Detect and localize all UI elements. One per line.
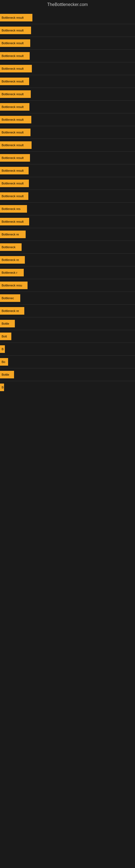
- bottleneck-bar[interactable]: Bottleneck result: [0, 141, 32, 149]
- bottleneck-bar[interactable]: Bottlenec: [0, 294, 20, 302]
- bottleneck-bar[interactable]: Bottleneck result: [0, 103, 30, 111]
- bar-label: Bottleneck result: [2, 220, 24, 223]
- bar-row: Bottleneck result: [0, 127, 135, 138]
- bar-label: Bottleneck result: [2, 93, 24, 96]
- bottleneck-bar[interactable]: Bott: [0, 333, 11, 340]
- bar-row: Bottle: [0, 369, 135, 380]
- bottleneck-bar[interactable]: B: [0, 383, 4, 391]
- bar-row: Bottleneck result: [0, 25, 135, 36]
- bar-label: Bottleneck result: [2, 156, 24, 159]
- bar-label: Bottle: [2, 322, 9, 325]
- bar-row: Bottleneck resu: [0, 280, 135, 291]
- bar-row: Bottleneck result: [0, 63, 135, 74]
- bar-label: Bo: [2, 360, 5, 364]
- bar-label: Bottleneck result: [2, 169, 24, 172]
- bar-label: B: [2, 386, 3, 389]
- bar-label: Bottlenec: [2, 297, 14, 300]
- bar-label: Bottleneck resu: [2, 284, 22, 287]
- bottleneck-bar[interactable]: Bottleneck re: [0, 307, 24, 315]
- bar-row: Bottleneck result: [0, 114, 135, 125]
- bar-row: Bottleneck re: [0, 229, 135, 240]
- bar-label: Bottleneck: [2, 246, 15, 249]
- bar-label: Bottleneck result: [2, 182, 24, 185]
- bottleneck-bar[interactable]: Bottleneck result: [0, 180, 29, 187]
- bar-row: Bottleneck result: [0, 140, 135, 151]
- bar-label: Bottleneck result: [2, 118, 24, 121]
- bottleneck-bar[interactable]: Bottleneck result: [0, 167, 29, 175]
- bottleneck-bar[interactable]: B: [0, 345, 5, 353]
- bar-row: Bottleneck result: [0, 88, 135, 100]
- bar-label: Bottleneck result: [2, 80, 24, 83]
- bottleneck-bar[interactable]: Bottleneck res: [0, 205, 27, 213]
- bottleneck-bar[interactable]: Bottleneck r: [0, 269, 24, 276]
- bottleneck-bar[interactable]: Bottleneck re: [0, 230, 26, 238]
- bottleneck-bar[interactable]: Bottleneck result: [0, 78, 29, 85]
- bar-label: Bottleneck result: [2, 54, 24, 58]
- bottleneck-bar[interactable]: Bottleneck resu: [0, 282, 28, 289]
- bar-row: Bottleneck result: [0, 37, 135, 49]
- bar-label: Bottle: [2, 373, 9, 376]
- bar-row: Bottleneck result: [0, 216, 135, 227]
- bar-label: Bottleneck result: [2, 16, 24, 19]
- bottleneck-bar[interactable]: Bottleneck result: [0, 90, 31, 98]
- bar-row: B: [0, 382, 135, 393]
- bar-row: Bottleneck res: [0, 203, 135, 215]
- bottleneck-bar[interactable]: Bottleneck: [0, 243, 21, 251]
- bar-row: Bottleneck result: [0, 101, 135, 113]
- bar-label: Bottleneck re: [2, 258, 19, 261]
- bar-row: Bo: [0, 356, 135, 368]
- bottleneck-bar[interactable]: Bottleneck result: [0, 116, 31, 123]
- bar-label: Bott: [2, 335, 7, 338]
- bar-row: Bottleneck result: [0, 12, 135, 23]
- bar-row: Bottleneck re: [0, 305, 135, 316]
- bars-container: Bottleneck resultBottleneck resultBottle…: [0, 9, 135, 396]
- bottleneck-bar[interactable]: Bo: [0, 358, 8, 366]
- bar-row: B: [0, 343, 135, 355]
- bar-row: Bottleneck result: [0, 76, 135, 87]
- bottleneck-bar[interactable]: Bottle: [0, 371, 14, 378]
- bar-label: Bottleneck result: [2, 144, 24, 147]
- site-title: TheBottlenecker.com: [0, 0, 135, 9]
- bottleneck-bar[interactable]: Bottleneck result: [0, 129, 31, 136]
- bottleneck-bar[interactable]: Bottleneck result: [0, 39, 30, 47]
- bar-row: Bottleneck result: [0, 152, 135, 163]
- bar-label: Bottleneck result: [2, 41, 24, 45]
- bar-row: Bottleneck result: [0, 50, 135, 62]
- bar-label: Bottleneck re: [2, 309, 19, 312]
- bar-label: Bottleneck res: [2, 207, 20, 211]
- bottleneck-bar[interactable]: Bottleneck result: [0, 27, 31, 34]
- bar-label: B: [2, 347, 3, 351]
- bar-row: Bottleneck result: [0, 178, 135, 189]
- bar-row: Bottleneck r: [0, 267, 135, 278]
- bar-label: Bottleneck result: [2, 194, 24, 198]
- bar-row: Bottle: [0, 318, 135, 329]
- bar-label: Bottleneck result: [2, 67, 24, 70]
- bar-row: Bottlenec: [0, 292, 135, 304]
- bar-row: Bottleneck: [0, 241, 135, 253]
- bottleneck-bar[interactable]: Bottleneck result: [0, 154, 30, 162]
- bottleneck-bar[interactable]: Bottleneck result: [0, 65, 32, 72]
- bar-label: Bottleneck result: [2, 131, 24, 134]
- bar-row: Bottleneck result: [0, 165, 135, 176]
- bottleneck-bar[interactable]: Bottleneck result: [0, 192, 28, 200]
- bar-row: Bott: [0, 331, 135, 342]
- bar-row: Bottleneck re: [0, 254, 135, 266]
- bottleneck-bar[interactable]: Bottleneck result: [0, 14, 32, 22]
- bar-label: Bottleneck result: [2, 105, 24, 108]
- bottleneck-bar[interactable]: Bottleneck result: [0, 218, 29, 225]
- bottleneck-bar[interactable]: Bottleneck re: [0, 256, 25, 264]
- bar-label: Bottleneck r: [2, 271, 17, 274]
- bar-label: Bottleneck result: [2, 29, 24, 32]
- bar-label: Bottleneck re: [2, 233, 19, 236]
- bottleneck-bar[interactable]: Bottleneck result: [0, 52, 30, 60]
- bottleneck-bar[interactable]: Bottle: [0, 320, 15, 328]
- bar-row: Bottleneck result: [0, 190, 135, 202]
